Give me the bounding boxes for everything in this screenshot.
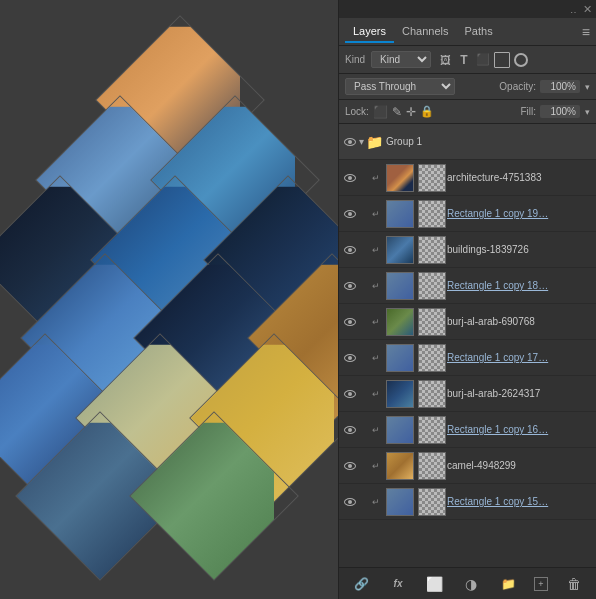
layer-vis-build[interactable] bbox=[341, 232, 359, 268]
layer-vis-burj2[interactable] bbox=[341, 376, 359, 412]
link-burj1: ↵ bbox=[369, 317, 383, 327]
lock-icons: ⬛ ✎ ✛ 🔒 bbox=[373, 105, 434, 119]
thumb-build bbox=[386, 236, 414, 264]
kind-shape-icon[interactable]: ⬛ bbox=[475, 52, 491, 68]
lock-row: Lock: ⬛ ✎ ✛ 🔒 Fill: ▾ bbox=[339, 100, 596, 124]
lock-paint-icon[interactable]: ✎ bbox=[392, 105, 402, 119]
layer-vis-rect18[interactable] bbox=[341, 268, 359, 304]
thumb-rect19-mask bbox=[418, 200, 446, 228]
link-arch: ↵ bbox=[369, 173, 383, 183]
diamond-grid bbox=[0, 20, 338, 590]
thumb-burj1 bbox=[386, 308, 414, 336]
delete-layer-button[interactable]: 🗑 bbox=[563, 573, 585, 595]
link-rect19: ↵ bbox=[369, 209, 383, 219]
lock-all-icon[interactable]: 🔒 bbox=[420, 105, 434, 118]
kind-row: Kind Kind 🖼 T ⬛ bbox=[339, 46, 596, 74]
layer-vis-rect19[interactable] bbox=[341, 196, 359, 232]
layer-rect17[interactable]: ↵ Rectangle 1 copy 17… bbox=[339, 340, 596, 376]
panel-collapse-icon[interactable]: ‥ bbox=[570, 4, 577, 15]
layer-vis-burj1[interactable] bbox=[341, 304, 359, 340]
layer-vis-rect16[interactable] bbox=[341, 412, 359, 448]
opacity-input[interactable] bbox=[540, 80, 580, 93]
layer-burj2[interactable]: ↵ burj-al-arab-2624317 bbox=[339, 376, 596, 412]
tab-channels[interactable]: Channels bbox=[394, 21, 456, 43]
eye-icon-rect15 bbox=[344, 498, 356, 506]
kind-icons: 🖼 T ⬛ bbox=[437, 52, 529, 68]
layer-rect16-name: Rectangle 1 copy 16… bbox=[447, 424, 594, 435]
kind-text-icon[interactable]: T bbox=[456, 52, 472, 68]
panel-menu-icon[interactable]: ≡ bbox=[582, 24, 590, 40]
eye-icon-rect16 bbox=[344, 426, 356, 434]
kind-select[interactable]: Kind bbox=[371, 51, 431, 68]
thumb-rect16-mask bbox=[418, 416, 446, 444]
thumb-rect18-mask bbox=[418, 272, 446, 300]
kind-smart-icon[interactable] bbox=[494, 52, 510, 68]
thumb-rect16 bbox=[386, 416, 414, 444]
eye-icon-burj2 bbox=[344, 390, 356, 398]
link-build: ↵ bbox=[369, 245, 383, 255]
layer-camel[interactable]: ↵ camel-4948299 bbox=[339, 448, 596, 484]
link-rect18: ↵ bbox=[369, 281, 383, 291]
layer-vis-arch[interactable] bbox=[341, 160, 359, 196]
thumb-arch bbox=[386, 164, 414, 192]
thumb-rect15-mask bbox=[418, 488, 446, 516]
eye-icon-group1 bbox=[344, 138, 356, 146]
add-mask-button[interactable]: ⬜ bbox=[424, 573, 446, 595]
link-rect15: ↵ bbox=[369, 497, 383, 507]
lock-label: Lock: bbox=[345, 106, 369, 117]
layer-vis-camel[interactable] bbox=[341, 448, 359, 484]
layer-vis-rect15[interactable] bbox=[341, 484, 359, 520]
layer-buildings[interactable]: ↵ buildings-1839726 bbox=[339, 232, 596, 268]
group-button[interactable]: 📁 bbox=[497, 573, 519, 595]
thumb-arch-mask bbox=[418, 164, 446, 192]
tab-paths[interactable]: Paths bbox=[457, 21, 501, 43]
layer-vis-group1[interactable] bbox=[341, 124, 359, 160]
layer-burj1-name: burj-al-arab-690768 bbox=[447, 316, 594, 327]
thumb-rect17 bbox=[386, 344, 414, 372]
layer-burj1[interactable]: ↵ burj-al-arab-690768 bbox=[339, 304, 596, 340]
kind-pixel-icon[interactable]: 🖼 bbox=[437, 52, 453, 68]
adjustment-button[interactable]: ◑ bbox=[460, 573, 482, 595]
layer-rect18[interactable]: ↵ Rectangle 1 copy 18… bbox=[339, 268, 596, 304]
link-rect17: ↵ bbox=[369, 353, 383, 363]
panel-close-icon[interactable]: ✕ bbox=[583, 3, 592, 16]
thumb-rect15 bbox=[386, 488, 414, 516]
fx-button[interactable]: fx bbox=[387, 573, 409, 595]
eye-icon-burj1 bbox=[344, 318, 356, 326]
eye-icon-rect17 bbox=[344, 354, 356, 362]
fill-chevron[interactable]: ▾ bbox=[585, 107, 590, 117]
eye-icon-rect19 bbox=[344, 210, 356, 218]
link-rect16: ↵ bbox=[369, 425, 383, 435]
layer-vis-rect17[interactable] bbox=[341, 340, 359, 376]
layer-arch-name: architecture-4751383 bbox=[447, 172, 594, 183]
layer-architecture[interactable]: ↵ architecture-4751383 bbox=[339, 160, 596, 196]
blend-row: Pass Through Normal Multiply Opacity: ▾ bbox=[339, 74, 596, 100]
layer-rect15[interactable]: ↵ Rectangle 1 copy 15… bbox=[339, 484, 596, 520]
kind-circle-icon[interactable] bbox=[513, 52, 529, 68]
layers-list[interactable]: ▾ 📁 Group 1 ↵ architecture-4751383 ↵ Rec… bbox=[339, 124, 596, 567]
opacity-label: Opacity: bbox=[499, 81, 536, 92]
folder-icon: 📁 bbox=[366, 134, 383, 150]
group-arrow[interactable]: ▾ bbox=[359, 136, 364, 147]
layer-rect16[interactable]: ↵ Rectangle 1 copy 16… bbox=[339, 412, 596, 448]
lock-pixel-icon[interactable]: ⬛ bbox=[373, 105, 388, 119]
thumb-rect17-mask bbox=[418, 344, 446, 372]
opacity-chevron[interactable]: ▾ bbox=[585, 82, 590, 92]
layer-rect17-name: Rectangle 1 copy 17… bbox=[447, 352, 594, 363]
layer-build-name: buildings-1839726 bbox=[447, 244, 594, 255]
fill-input[interactable] bbox=[540, 105, 580, 118]
thumb-build-mask bbox=[418, 236, 446, 264]
lock-move-icon[interactable]: ✛ bbox=[406, 105, 416, 119]
link-camel: ↵ bbox=[369, 461, 383, 471]
thumb-burj1-mask bbox=[418, 308, 446, 336]
link-layers-button[interactable]: 🔗 bbox=[350, 573, 372, 595]
group-1-name: Group 1 bbox=[386, 136, 594, 147]
fill-label: Fill: bbox=[520, 106, 536, 117]
thumb-rect18 bbox=[386, 272, 414, 300]
layer-group-1[interactable]: ▾ 📁 Group 1 bbox=[339, 124, 596, 160]
layer-rect19[interactable]: ↵ Rectangle 1 copy 19… bbox=[339, 196, 596, 232]
blend-mode-select[interactable]: Pass Through Normal Multiply bbox=[345, 78, 455, 95]
tab-layers[interactable]: Layers bbox=[345, 21, 394, 43]
new-layer-button[interactable]: + bbox=[534, 577, 548, 591]
layer-rect18-name: Rectangle 1 copy 18… bbox=[447, 280, 594, 291]
